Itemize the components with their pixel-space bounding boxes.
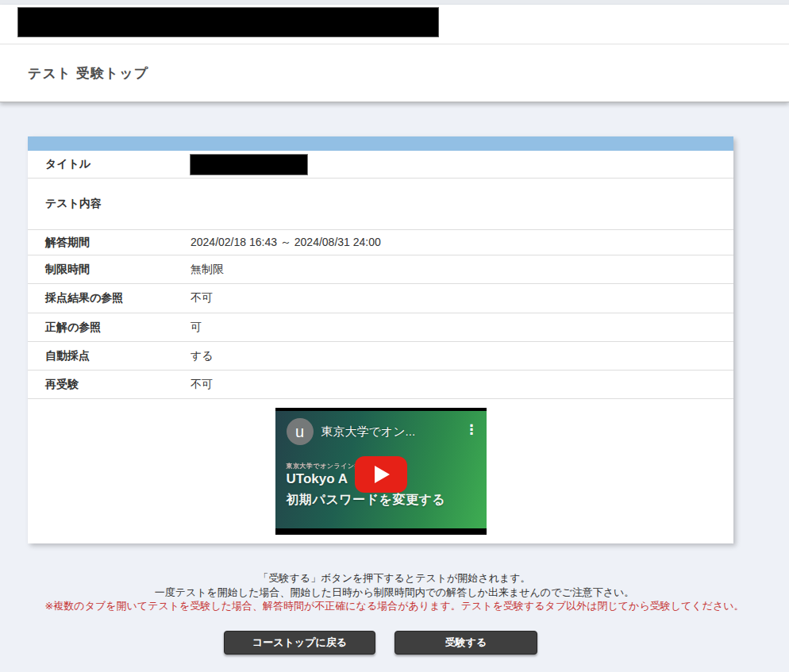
row-value: 無制限 [182,263,733,277]
table-row-answer-reference: 正解の参照 可 [28,313,733,342]
row-label: 解答期間 [28,236,182,250]
row-label: 再受験 [28,378,182,392]
table-row-content: テスト内容 [28,179,733,230]
more-options-icon[interactable]: ⋮ [465,423,479,436]
row-label: タイトル [28,157,182,171]
start-test-button[interactable]: 受験する [394,631,537,655]
table-row-score-reference: 採点結果の参照 不可 [28,284,733,313]
row-value: 不可 [182,291,733,305]
row-value: 可 [182,321,733,335]
header-nav-bar [0,5,789,44]
instruction-line-1: 「受験する」ボタンを押下するとテストが開始されます。 [0,571,789,586]
table-row-retake: 再受験 不可 [28,371,733,399]
page-title: テスト 受験トップ [28,64,148,83]
row-label: 制限時間 [28,263,182,277]
channel-avatar[interactable]: u [287,418,314,445]
test-info-card: タイトル テスト内容 解答期間 2024/02/18 16:43 ～ 2024/… [28,136,733,543]
page-header: テスト 受験トップ [0,5,789,102]
back-to-course-top-button[interactable]: コーストップに戻る [224,631,375,655]
row-label: 自動採点 [28,349,182,363]
row-value [182,155,733,175]
table-header-bar [28,136,733,151]
redacted-header-block [18,8,438,36]
table-row-title: タイトル [28,151,733,179]
table-row-auto-grading: 自動採点 する [28,342,733,371]
instructions: 「受験する」ボタンを押下するとテストが開始されます。 一度テストを開始した場合、… [0,571,789,613]
row-value: 不可 [182,378,733,392]
video-title[interactable]: 東京大学でオン... [321,424,416,440]
table-row-time-limit: 制限時間 無制限 [28,255,733,284]
youtube-embed[interactable]: u 東京大学でオン... ⋮ 東京大学でオンライン授 UTokyo A 初期パス… [275,408,487,535]
action-buttons: コーストップに戻る 受験する [28,631,733,655]
thumbnail-caption-line2: 初期パスワードを変更する [287,492,446,509]
row-label: テスト内容 [28,197,182,211]
video-thumbnail: u 東京大学でオン... ⋮ 東京大学でオンライン授 UTokyo A 初期パス… [275,411,487,528]
thumbnail-small-caption: 東京大学でオンライン授 [287,462,362,470]
table-row-period: 解答期間 2024/02/18 16:43 ～ 2024/08/31 24:00 [28,230,733,255]
row-label: 採点結果の参照 [28,291,182,305]
play-icon [375,466,390,483]
row-value: 2024/02/18 16:43 ～ 2024/08/31 24:00 [182,236,733,250]
page-title-band: テスト 受験トップ [0,44,789,102]
row-label: 正解の参照 [28,321,182,335]
thumbnail-caption-line1: UTokyo A [287,471,348,487]
play-button[interactable] [355,456,407,493]
redacted-test-title [191,155,307,175]
row-value: する [182,349,733,363]
instruction-line-2: 一度テストを開始した場合、開始した日時から制限時間内での解答しか出来ませんのでご… [0,586,789,600]
video-row: u 東京大学でオン... ⋮ 東京大学でオンライン授 UTokyo A 初期パス… [28,399,733,543]
warning-text: ※複数のタブを開いてテストを受験した場合、解答時間が不正確になる場合があります。… [0,599,789,613]
